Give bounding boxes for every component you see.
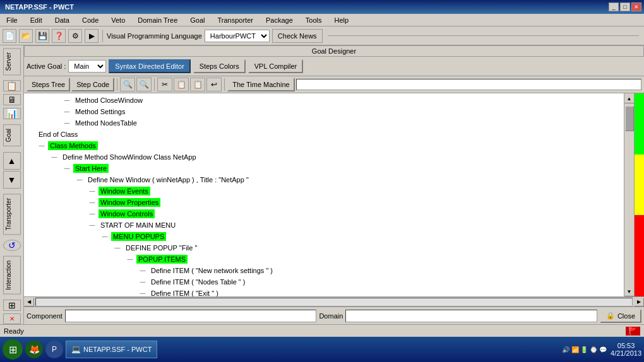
save-button[interactable]: 💾: [35, 29, 49, 43]
sidebar-tab-server[interactable]: Server: [3, 48, 21, 75]
tree-node[interactable]: — Define ITEM ( "New network settings " …: [24, 265, 624, 276]
active-goal-dropdown[interactable]: Main: [68, 60, 106, 73]
component-field[interactable]: [65, 310, 317, 322]
sync-icon[interactable]: ↺: [3, 240, 21, 251]
sidebar-tab-transporter[interactable]: Transporter: [3, 194, 21, 235]
menu-veto[interactable]: Veto: [107, 15, 129, 25]
taskbar-icon-1[interactable]: 🦊: [25, 341, 43, 358]
sidebar-tab-interaction[interactable]: Interaction: [3, 256, 21, 295]
tree-node[interactable]: — Define ITEM ( "Nodes Table " ): [24, 276, 624, 288]
steps-colors-button[interactable]: Steps Colors: [193, 59, 246, 73]
menu-tools[interactable]: Tools: [302, 15, 326, 25]
collapse-icon[interactable]: —: [87, 209, 97, 219]
syntax-editor-button[interactable]: Syntax Directed Editor: [109, 59, 190, 73]
bottom-status-bar: Ready 🚩: [0, 324, 644, 337]
collapse-icon[interactable]: —: [75, 175, 85, 185]
taskbar-icon-2[interactable]: P: [45, 341, 63, 358]
tree-node[interactable]: — Window Properties: [24, 197, 624, 208]
horizontal-scrollbar[interactable]: ◀ ▶: [24, 296, 644, 307]
new-button[interactable]: 📄: [3, 29, 16, 43]
collapse-icon[interactable]: —: [37, 141, 47, 151]
zoom-in-button[interactable]: 🔍: [120, 78, 135, 91]
collapse-icon[interactable]: —: [100, 231, 110, 242]
window-controls: _ □ ✕: [609, 3, 641, 11]
start-button[interactable]: ⊞: [3, 339, 23, 359]
scroll-down-button[interactable]: ▼: [624, 286, 635, 296]
tree-node[interactable]: — DEFINE POPUP "File ": [24, 242, 624, 254]
menu-goal[interactable]: Goal: [186, 15, 208, 25]
domain-field[interactable]: [345, 310, 597, 322]
collapse-icon[interactable]: —: [87, 186, 97, 196]
collapse-icon[interactable]: —: [62, 163, 72, 173]
collapse-icon[interactable]: —: [112, 243, 122, 253]
node-text: Method Settings: [73, 107, 128, 116]
menu-data[interactable]: Data: [51, 15, 73, 25]
tree-node[interactable]: — POPUP ITEMS: [24, 254, 624, 265]
taskbar-app-button[interactable]: 💻 NETAPP.SSF - PWCT: [66, 341, 157, 358]
arrow-down-icon[interactable]: ▼: [3, 171, 21, 189]
zoom-out-button[interactable]: 🔍: [136, 78, 152, 91]
close-button[interactable]: ✕: [631, 3, 641, 11]
tree-node[interactable]: — Start Here: [24, 163, 624, 174]
sidebar-icon-1[interactable]: 📋: [3, 80, 21, 91]
vpl-compiler-button[interactable]: VPL Compiler: [248, 59, 303, 73]
settings-button[interactable]: ⚙: [68, 29, 82, 43]
undo-button[interactable]: ↩: [206, 78, 222, 91]
open-button[interactable]: 📂: [19, 29, 33, 43]
tree-node[interactable]: — Method CloseWindow: [24, 95, 624, 106]
sidebar-tab-goal[interactable]: Goal: [3, 124, 21, 146]
copy-button[interactable]: 📋: [174, 78, 189, 91]
time-machine-button[interactable]: The Time Machine: [227, 78, 294, 91]
collapse-icon[interactable]: —: [87, 220, 97, 230]
cut-button[interactable]: ✂: [157, 78, 172, 91]
minimize-button[interactable]: _: [609, 3, 619, 11]
tree-node[interactable]: — Define Method ShowWindow Class NetApp: [24, 151, 624, 163]
sidebar-icon-2[interactable]: 🖥: [3, 94, 21, 105]
maximize-button[interactable]: □: [620, 3, 630, 11]
component-label: Component: [27, 312, 63, 320]
check-news-button[interactable]: Check News: [272, 29, 323, 43]
paste-button[interactable]: 📋: [190, 78, 205, 91]
scroll-up-button[interactable]: ▲: [624, 93, 635, 103]
tree-node[interactable]: — Define ITEM ( "Exit " ): [24, 288, 624, 296]
scroll-right-button[interactable]: ▶: [634, 298, 644, 307]
tree-node[interactable]: — Class Methods: [24, 140, 624, 151]
taskbar-app-label: NETAPP.SSF - PWCT: [83, 346, 152, 353]
menu-edit[interactable]: Edit: [27, 15, 46, 25]
info-button[interactable]: ❓: [52, 29, 66, 43]
menu-domain-tree[interactable]: Domain Tree: [134, 15, 181, 25]
vpl-dropdown[interactable]: HarbourPWCT: [205, 30, 270, 42]
tree-node[interactable]: — Method Settings: [24, 106, 624, 117]
tree-node[interactable]: — Window Events: [24, 185, 624, 197]
collapse-icon[interactable]: —: [62, 95, 72, 105]
tree-node[interactable]: — Define New Window ( winNetApp ) , Titl…: [24, 174, 624, 185]
vertical-scrollbar[interactable]: ▲ ▼: [624, 93, 634, 296]
toolbar-sep2: [117, 78, 117, 91]
toolbar-input[interactable]: [296, 79, 641, 90]
tree-node[interactable]: — START OF MAIN MENU: [24, 219, 624, 231]
run-button[interactable]: ▶: [85, 29, 98, 43]
sidebar-icon-3[interactable]: 📊: [3, 108, 21, 119]
table-icon[interactable]: ⊞: [3, 300, 21, 311]
tree-node[interactable]: — MENU POPUPS: [24, 231, 624, 242]
close-panel-button[interactable]: 🔒 Close: [600, 309, 641, 323]
collapse-icon[interactable]: —: [87, 197, 97, 207]
menu-transporter[interactable]: Transporter: [214, 15, 257, 25]
steps-tree-button[interactable]: Steps Tree: [27, 78, 70, 91]
scroll-thumb[interactable]: [625, 106, 634, 131]
menu-help[interactable]: Help: [330, 15, 352, 25]
step-code-button[interactable]: Step Code: [71, 78, 114, 91]
menu-code[interactable]: Code: [78, 15, 102, 25]
collapse-icon[interactable]: —: [62, 107, 72, 117]
menu-package[interactable]: Package: [262, 15, 297, 25]
tree-node[interactable]: — Window Controls: [24, 208, 624, 219]
menu-file[interactable]: File: [3, 15, 21, 25]
collapse-icon[interactable]: —: [49, 152, 59, 162]
tree-node[interactable]: — Method NodesTable: [24, 117, 624, 129]
arrow-up-icon[interactable]: ▲: [3, 152, 21, 170]
collapse-icon[interactable]: —: [62, 118, 72, 128]
close-x-icon[interactable]: ✕: [3, 313, 21, 324]
tree-node[interactable]: End of Class: [24, 129, 624, 140]
collapse-icon[interactable]: —: [125, 254, 135, 264]
scroll-left-button[interactable]: ◀: [24, 298, 34, 307]
